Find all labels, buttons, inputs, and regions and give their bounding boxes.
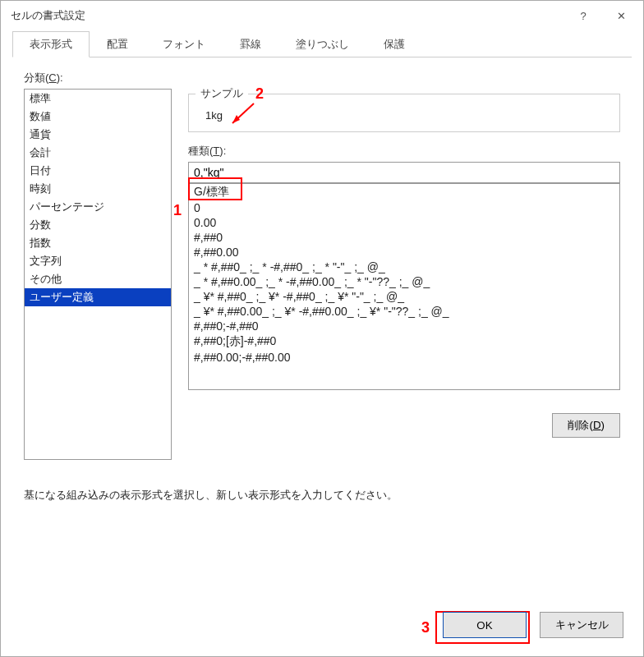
annotation-3: 3 bbox=[421, 619, 430, 636]
tab-フォント[interactable]: フォント bbox=[145, 31, 223, 57]
sample-box: サンプル 1kg bbox=[188, 94, 620, 132]
category-item[interactable]: 指数 bbox=[25, 234, 171, 252]
sample-value: 1kg bbox=[200, 109, 608, 122]
category-item[interactable]: 分数 bbox=[25, 216, 171, 234]
format-item[interactable]: 0.00 bbox=[189, 215, 619, 230]
format-item[interactable]: 0 bbox=[189, 200, 619, 215]
format-item[interactable]: _ ¥* #,##0_ ;_ ¥* -#,##0_ ;_ ¥* "-"_ ;_ … bbox=[189, 289, 619, 304]
category-listbox[interactable]: 標準数値通貨会計日付時刻パーセンテージ分数指数文字列その他ユーザー定義 bbox=[24, 89, 172, 460]
format-item[interactable]: _ ¥* #,##0.00_ ;_ ¥* -#,##0.00_ ;_ ¥* "-… bbox=[189, 304, 619, 319]
category-label: 分類(C): bbox=[24, 71, 620, 85]
category-item[interactable]: 文字列 bbox=[25, 252, 171, 270]
annotation-1: 1 bbox=[173, 202, 182, 219]
format-item[interactable]: G/標準 bbox=[189, 184, 619, 200]
format-item[interactable]: #,##0.00;-#,##0.00 bbox=[189, 350, 619, 365]
format-cells-dialog: セルの書式設定 ? ✕ 表示形式配置フォント罫線塗りつぶし保護 分類(C): 標… bbox=[0, 0, 644, 657]
help-icon[interactable]: ? bbox=[564, 3, 602, 28]
category-item[interactable]: ユーザー定義 bbox=[25, 288, 171, 306]
tab-塗りつぶし[interactable]: 塗りつぶし bbox=[278, 31, 366, 57]
tab-表示形式[interactable]: 表示形式 bbox=[12, 31, 90, 57]
close-icon[interactable]: ✕ bbox=[602, 3, 640, 28]
tabs: 表示形式配置フォント罫線塗りつぶし保護 bbox=[12, 30, 632, 57]
category-item[interactable]: パーセンテージ bbox=[25, 198, 171, 216]
cancel-button[interactable]: キャンセル bbox=[540, 612, 623, 638]
delete-button[interactable]: 削除(D) bbox=[552, 413, 620, 438]
tab-保護[interactable]: 保護 bbox=[366, 31, 422, 57]
titlebar: セルの書式設定 ? ✕ bbox=[1, 1, 643, 30]
type-input[interactable] bbox=[188, 162, 620, 183]
format-item[interactable]: _ * #,##0.00_ ;_ * -#,##0.00_ ;_ * "-"??… bbox=[189, 274, 619, 289]
tab-配置[interactable]: 配置 bbox=[90, 31, 145, 57]
window-title: セルの書式設定 bbox=[11, 8, 564, 23]
type-label: 種類(T): bbox=[188, 144, 620, 159]
hint-text: 基になる組み込みの表示形式を選択し、新しい表示形式を入力してください。 bbox=[24, 488, 620, 503]
category-item[interactable]: 通貨 bbox=[25, 126, 171, 144]
format-item[interactable]: _ * #,##0_ ;_ * -#,##0_ ;_ * "-"_ ;_ @_ bbox=[189, 260, 619, 274]
sample-legend: サンプル bbox=[196, 86, 248, 101]
tab-罫線[interactable]: 罫線 bbox=[223, 31, 278, 57]
format-list[interactable]: G/標準00.00#,##0#,##0.00_ * #,##0_ ;_ * -#… bbox=[188, 183, 620, 390]
dialog-buttons: OK キャンセル bbox=[443, 612, 623, 638]
category-item[interactable]: 会計 bbox=[25, 144, 171, 162]
category-item[interactable]: その他 bbox=[25, 270, 171, 288]
category-item[interactable]: 数値 bbox=[25, 108, 171, 126]
format-item[interactable]: #,##0;-#,##0 bbox=[189, 319, 619, 333]
category-item[interactable]: 時刻 bbox=[25, 180, 171, 198]
ok-button[interactable]: OK bbox=[443, 612, 527, 638]
right-panel: サンプル 1kg 種類(T): G/標準00.00#,##0#,##0.00_ … bbox=[188, 89, 620, 438]
category-item[interactable]: 日付 bbox=[25, 162, 171, 180]
format-item[interactable]: #,##0 bbox=[189, 230, 619, 245]
format-item[interactable]: #,##0;[赤]-#,##0 bbox=[189, 333, 619, 350]
tab-content: 分類(C): 標準数値通貨会計日付時刻パーセンテージ分数指数文字列その他ユーザー… bbox=[1, 57, 643, 656]
format-item[interactable]: #,##0.00 bbox=[189, 245, 619, 260]
category-item[interactable]: 標準 bbox=[25, 90, 171, 108]
